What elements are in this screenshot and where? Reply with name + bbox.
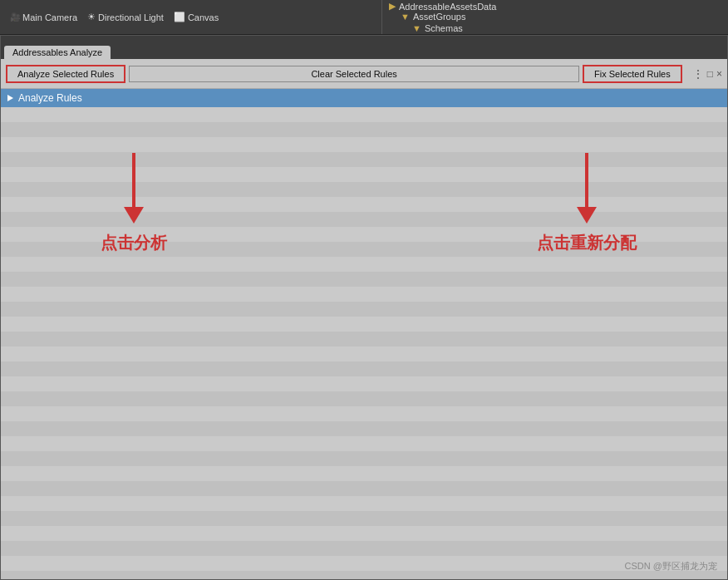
- analyze-selected-rules-button[interactable]: Analyze Selected Rules: [6, 65, 125, 83]
- arrow-head-right: [577, 207, 597, 224]
- analyze-rules-header[interactable]: Analyze Rules: [1, 89, 727, 107]
- light-icon: ☀: [87, 12, 96, 22]
- close-icon[interactable]: ×: [716, 68, 722, 80]
- hierarchy-canvas: ⬜ Canvas: [174, 12, 219, 22]
- tree-expand-arrow: [7, 95, 13, 101]
- arrow-shaft-left: [132, 153, 135, 207]
- schemas-item: ▼ Schemas: [401, 23, 721, 33]
- addressables-analyze-tab[interactable]: Addressables Analyze: [4, 46, 111, 59]
- addressable-assets-data: ▶ AddressableAssetsData: [389, 1, 721, 12]
- folder-icon-2: ▼: [401, 12, 410, 22]
- arrow-head-left: [124, 207, 144, 224]
- toolbar: Analyze Selected Rules Clear Selected Ru…: [1, 59, 727, 89]
- folder-icon-3: ▼: [412, 23, 421, 33]
- annotation-left: 点击分析: [101, 153, 167, 254]
- clear-selected-rules-button[interactable]: Clear Selected Rules: [129, 66, 579, 82]
- annotation-right: 点击重新分配: [537, 153, 637, 254]
- content-area: 点击分析 点击重新分配 CSDN @野区捕龙为宠: [1, 107, 727, 579]
- menu-icon[interactable]: ⋮: [692, 67, 704, 81]
- canvas-icon: ⬜: [174, 12, 185, 22]
- tab-bar: Addressables Analyze: [1, 36, 727, 59]
- window-controls: ⋮ □ ×: [692, 67, 722, 81]
- hierarchy-directional-light: ☀ Directional Light: [87, 12, 164, 22]
- annotation-text-right: 点击重新分配: [537, 232, 637, 254]
- hierarchy-main-camera: 🎥 Main Camera: [10, 12, 77, 22]
- maximize-icon[interactable]: □: [707, 68, 713, 80]
- camera-icon: 🎥: [10, 12, 20, 22]
- arrow-shaft-right: [585, 153, 588, 207]
- annotation-text-left: 点击分析: [101, 232, 167, 254]
- asset-groups-item: ▼ AssetGroups: [401, 12, 721, 22]
- folder-icon: ▶: [389, 1, 396, 12]
- fix-selected-rules-button[interactable]: Fix Selected Rules: [583, 65, 682, 83]
- watermark: CSDN @野区捕龙为宠: [625, 560, 717, 573]
